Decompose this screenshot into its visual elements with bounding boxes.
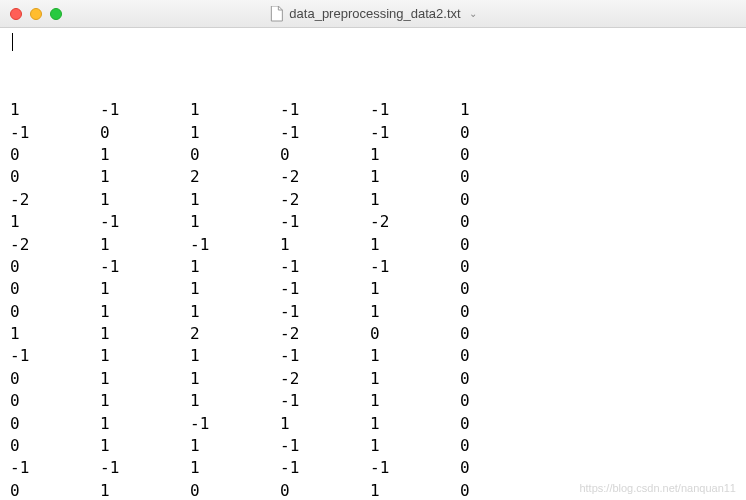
data-cell: 1	[100, 480, 190, 500]
data-row: 1-11-1-11	[10, 99, 736, 121]
data-row: 011-110	[10, 435, 736, 457]
data-cell: 0	[280, 480, 370, 500]
traffic-lights	[10, 8, 62, 20]
data-cell: -2	[280, 368, 370, 390]
data-row: -1-11-1-10	[10, 457, 736, 479]
data-cell: 1	[100, 301, 190, 323]
data-cell: 0	[460, 166, 550, 188]
data-cell: 0	[190, 480, 280, 500]
maximize-button[interactable]	[50, 8, 62, 20]
data-row: -101-1-10	[10, 122, 736, 144]
data-cell: 2	[190, 166, 280, 188]
data-cell: -1	[280, 390, 370, 412]
data-cell: 0	[10, 301, 100, 323]
data-cell: -2	[280, 323, 370, 345]
data-cell: 0	[10, 256, 100, 278]
data-cell: 1	[190, 278, 280, 300]
data-cell: -1	[280, 256, 370, 278]
text-cursor	[12, 33, 13, 51]
data-cell: 1	[190, 345, 280, 367]
minimize-button[interactable]	[30, 8, 42, 20]
data-cell: 0	[10, 413, 100, 435]
data-cell: 0	[190, 144, 280, 166]
data-cell: 1	[190, 457, 280, 479]
data-cell: 0	[460, 345, 550, 367]
data-cell: -1	[280, 345, 370, 367]
chevron-down-icon[interactable]: ⌄	[469, 8, 477, 19]
data-cell: 0	[10, 166, 100, 188]
data-cell: 1	[370, 435, 460, 457]
close-button[interactable]	[10, 8, 22, 20]
data-cell: 0	[10, 368, 100, 390]
data-cell: -1	[190, 234, 280, 256]
data-row: 011-110	[10, 278, 736, 300]
data-row: 011-110	[10, 301, 736, 323]
data-cell: 1	[100, 166, 190, 188]
data-cell: 1	[190, 189, 280, 211]
data-cell: 0	[10, 480, 100, 500]
data-cell: 0	[460, 480, 550, 500]
watermark: https://blog.csdn.net/nanquan11	[579, 482, 736, 494]
data-cell: 1	[370, 413, 460, 435]
data-row: 010010	[10, 144, 736, 166]
data-cell: 1	[100, 368, 190, 390]
data-cell: 1	[370, 480, 460, 500]
data-cell: 1	[100, 144, 190, 166]
data-cell: -1	[100, 211, 190, 233]
data-cell: -1	[370, 99, 460, 121]
data-cell: 0	[460, 211, 550, 233]
data-cell: -1	[10, 345, 100, 367]
data-cell: -1	[370, 122, 460, 144]
data-row: 01-1110	[10, 413, 736, 435]
data-cell: -1	[370, 457, 460, 479]
data-cell: 0	[10, 390, 100, 412]
data-cell: 0	[10, 144, 100, 166]
data-row: -111-110	[10, 345, 736, 367]
data-cell: 1	[190, 435, 280, 457]
data-cell: -1	[190, 413, 280, 435]
data-cell: 0	[460, 413, 550, 435]
data-cell: 0	[280, 144, 370, 166]
data-cell: 1	[100, 413, 190, 435]
data-cell: 2	[190, 323, 280, 345]
data-cell: 1	[190, 256, 280, 278]
data-cell: -1	[10, 122, 100, 144]
data-cell: 1	[100, 323, 190, 345]
data-cell: 0	[10, 435, 100, 457]
data-cell: 1	[100, 390, 190, 412]
data-cell: 0	[460, 122, 550, 144]
data-cell: 1	[370, 390, 460, 412]
data-cell: 0	[460, 301, 550, 323]
data-cell: 1	[190, 211, 280, 233]
data-cell: 1	[190, 122, 280, 144]
data-cell: 1	[370, 345, 460, 367]
data-row: 0-11-1-10	[10, 256, 736, 278]
data-cell: 0	[460, 368, 550, 390]
data-cell: 1	[100, 345, 190, 367]
data-row: 012-210	[10, 166, 736, 188]
data-cell: 1	[10, 323, 100, 345]
data-row: -21-1110	[10, 234, 736, 256]
data-cell: -1	[280, 99, 370, 121]
data-cell: 1	[370, 368, 460, 390]
data-cell: 1	[280, 234, 370, 256]
data-cell: 1	[460, 99, 550, 121]
data-cell: 1	[10, 211, 100, 233]
data-cell: 1	[370, 144, 460, 166]
data-cell: -2	[10, 234, 100, 256]
data-cell: -1	[280, 122, 370, 144]
data-cell: -1	[280, 435, 370, 457]
data-cell: 0	[460, 189, 550, 211]
data-cell: 0	[370, 323, 460, 345]
data-cell: -2	[280, 166, 370, 188]
file-icon	[269, 6, 283, 22]
data-cell: 1	[190, 390, 280, 412]
data-cell: 0	[10, 278, 100, 300]
text-content[interactable]: 1-11-1-11-101-1-10010010012-210-211-2101…	[0, 28, 746, 500]
data-cell: 1	[100, 278, 190, 300]
data-cell: 1	[370, 234, 460, 256]
data-row: 011-110	[10, 390, 736, 412]
data-cell: 0	[460, 256, 550, 278]
data-cell: -1	[280, 278, 370, 300]
data-cell: 0	[460, 234, 550, 256]
